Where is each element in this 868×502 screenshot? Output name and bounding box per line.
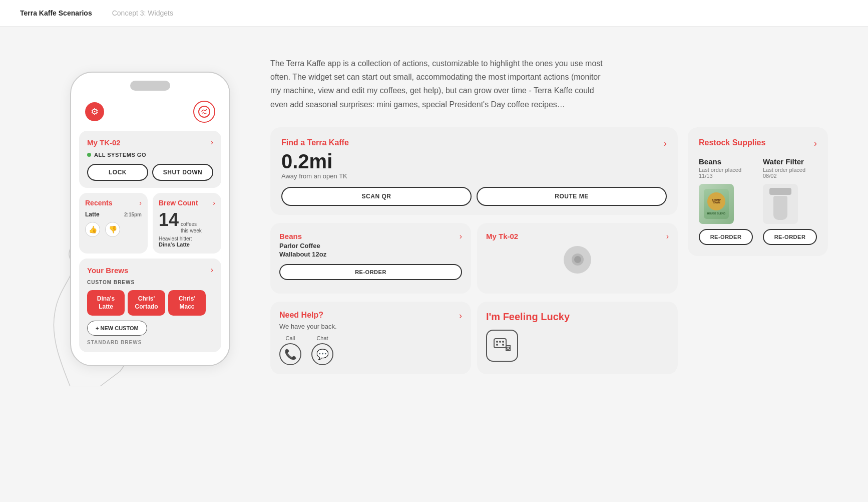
beans-tk02-row: Beans › Parlor CoffeeWallabout 12oz RE-O…: [270, 223, 678, 294]
latte-row: Latte 2:15pm: [85, 211, 142, 218]
shutdown-button[interactable]: SHUT DOWN: [152, 164, 213, 181]
machine-circle: [486, 246, 669, 280]
heaviest-name: Dina's Latte: [159, 241, 215, 247]
thumbs-row: 👍 👎: [85, 222, 142, 237]
brew-period: this week: [181, 227, 202, 234]
right-widgets: Find a Terra Kaffe › 0.2mi Away from an …: [270, 127, 828, 374]
your-brews-arrow[interactable]: ›: [211, 266, 213, 275]
machine-icon: [564, 246, 591, 274]
description-text: The Terra Kaffe app is a collection of a…: [270, 57, 611, 111]
restock-title: Restock Supplies: [699, 138, 765, 147]
status-row: ALL SYSTEMS GO: [87, 152, 213, 158]
brew-count-header: Brew Count ›: [159, 199, 215, 207]
beans-restock-title: Beans: [699, 157, 753, 166]
svg-point-0: [199, 106, 210, 117]
stumptown-bag: STUMPTOWN HOUSE BLEND: [699, 184, 734, 224]
phone-mockup: ⚙ My TK-02 › ALL SYSTEMS GO: [70, 72, 230, 366]
filter-top: [769, 188, 791, 195]
find-tk-buttons: SCAN QR ROUTE ME: [281, 187, 667, 206]
concept-subtitle: Concept 3: Widgets: [112, 9, 173, 17]
call-icon[interactable]: 📞: [279, 343, 301, 365]
custom-brews-label: CUSTOM BREWS: [87, 280, 213, 285]
chat-icon[interactable]: 💬: [311, 343, 333, 365]
status-dot: [87, 153, 91, 157]
help-card: Need Help? › We have your back. Call 📞 C…: [270, 302, 471, 374]
help-arrow[interactable]: ›: [459, 311, 462, 321]
dinas-latte-button[interactable]: Dina'sLatte: [87, 290, 125, 316]
bag-inner: STUMPTOWN HOUSE BLEND: [704, 189, 729, 219]
your-brews-widget: Your Brews › CUSTOM BREWS Dina'sLatte Ch…: [79, 259, 221, 352]
beans-reorder-btn[interactable]: RE-ORDER: [699, 229, 753, 245]
scan-qr-button[interactable]: SCAN QR: [281, 187, 472, 206]
filter-image: [763, 184, 798, 224]
your-brews-title: Your Brews: [87, 266, 128, 275]
right-section: The Terra Kaffe app is a collection of a…: [270, 57, 828, 374]
help-subtitle: We have your back.: [279, 323, 462, 330]
recents-arrow[interactable]: ›: [139, 199, 142, 207]
find-tk-arrow[interactable]: ›: [664, 138, 667, 149]
filter-last-order: Last order placed 08/02: [763, 167, 817, 179]
recents-header: Recents ›: [85, 199, 142, 207]
beans-arrow[interactable]: ›: [460, 232, 462, 241]
thumbs-down-button[interactable]: 👎: [105, 222, 120, 237]
find-tk-header: Find a Terra Kaffe ›: [281, 138, 667, 149]
standard-brews-label: STANDARD BREWS: [87, 340, 213, 345]
chris-cortado-button[interactable]: Chris'Cortado: [128, 290, 165, 316]
lucky-icon[interactable]: [486, 330, 518, 362]
svg-point-6: [502, 341, 504, 343]
lock-shutdown-row: LOCK SHUT DOWN: [87, 164, 213, 181]
lucky-title: I'm Feeling Lucky: [486, 311, 570, 323]
help-title: Need Help?: [279, 311, 323, 320]
help-lucky-row: Need Help? › We have your back. Call 📞 C…: [270, 302, 678, 374]
lock-button[interactable]: LOCK: [87, 164, 148, 181]
restock-side: Restock Supplies › Beans Last order plac…: [688, 127, 828, 374]
beans-product: Parlor CoffeeWallabout 12oz: [279, 242, 462, 259]
gear-icon[interactable]: ⚙: [85, 102, 104, 121]
status-text: ALL SYSTEMS GO: [94, 152, 146, 158]
svg-point-7: [496, 344, 498, 346]
restock-card: Restock Supplies › Beans Last order plac…: [688, 127, 828, 256]
filter-title: Water Filter: [763, 157, 817, 166]
my-tk02-title: My Tk-02: [486, 232, 518, 240]
phone-header: ⚙: [79, 97, 221, 131]
lucky-card: I'm Feeling Lucky: [477, 302, 678, 374]
thumbs-up-button[interactable]: 👍: [85, 222, 100, 237]
app-title: Terra Kaffe Scenarios: [20, 9, 92, 17]
restock-arrow[interactable]: ›: [814, 138, 817, 149]
terra-kaffe-logo[interactable]: [193, 101, 215, 123]
find-tk-card: Find a Terra Kaffe › 0.2mi Away from an …: [270, 127, 678, 215]
stumptown-text: STUMPTOWN: [712, 199, 721, 204]
call-label: Call: [286, 335, 295, 341]
brew-unit-block: coffees this week: [181, 221, 202, 234]
phone-section: ⚙ My TK-02 › ALL SYSTEMS GO: [40, 57, 230, 366]
route-me-button[interactable]: ROUTE ME: [477, 187, 667, 206]
my-tk02-card: My Tk-02 ›: [477, 223, 678, 294]
stumptown-circle: STUMPTOWN: [707, 192, 725, 210]
svg-point-2: [574, 256, 581, 263]
tk02-arrow[interactable]: ›: [211, 138, 213, 147]
beans-reorder-button[interactable]: RE-ORDER: [279, 264, 462, 280]
my-tk02-arrow[interactable]: ›: [666, 232, 669, 241]
svg-point-8: [502, 344, 504, 346]
brew-buttons: Dina'sLatte Chris'Cortado Chris'Macc: [87, 290, 213, 316]
beans-restock-col: Beans Last order placed 11/13 STUMPTOWN …: [699, 157, 753, 245]
phone-notch: [130, 81, 170, 91]
your-brews-header: Your Brews ›: [87, 266, 213, 275]
svg-point-9: [507, 347, 510, 349]
brew-unit: coffees: [181, 221, 202, 227]
brew-count-arrow[interactable]: ›: [213, 199, 215, 207]
filter-reorder-btn[interactable]: RE-ORDER: [763, 229, 817, 245]
help-header: Need Help? ›: [279, 311, 462, 322]
restock-inner: Beans Last order placed 11/13 STUMPTOWN …: [699, 157, 817, 245]
svg-point-5: [499, 341, 501, 343]
svg-rect-3: [494, 339, 506, 348]
tk02-widget: My TK-02 › ALL SYSTEMS GO LOCK SHUT DOWN: [79, 131, 221, 188]
distance-value: 0.2mi: [281, 150, 667, 172]
brew-number-row: 14 coffees this week: [159, 211, 215, 234]
filter-shape-container: [769, 188, 791, 220]
chat-label: Chat: [316, 335, 328, 341]
recents-brew-row: Recents › Latte 2:15pm 👍 👎 Brew: [79, 193, 221, 254]
brew-count-widget: Brew Count › 14 coffees this week Heavie…: [153, 193, 221, 254]
chris-macc-button[interactable]: Chris'Macc: [168, 290, 206, 316]
new-custom-button[interactable]: + NEW CUSTOM: [87, 321, 147, 336]
